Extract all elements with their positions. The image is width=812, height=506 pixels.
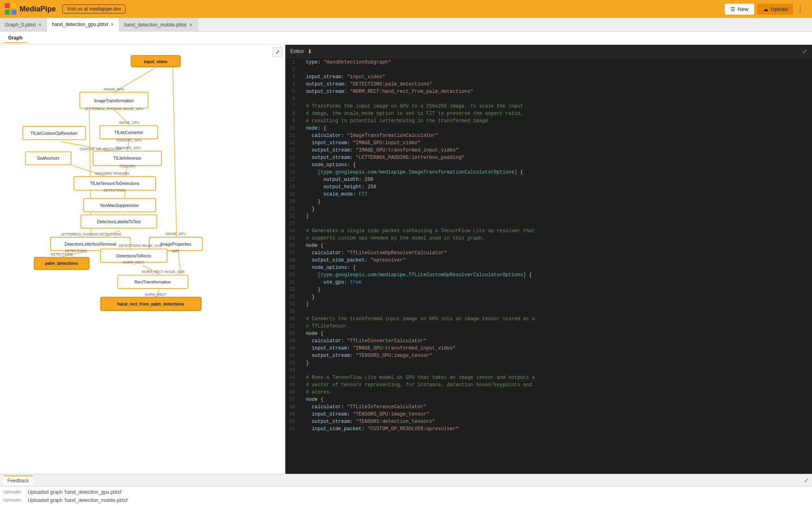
graph-svg: input_video IMAGE_GPU ImageTransformatio…	[0, 45, 277, 322]
svg-text:NORM_RECT: NORM_RECT	[123, 260, 144, 264]
code-line: 45 # vector of tensors representing, for…	[285, 382, 812, 389]
tab-hand-mobile[interactable]: hand_detection_mobile.pbtxt ×	[119, 18, 198, 32]
download-icon[interactable]: ⬇	[307, 48, 312, 55]
svg-text:IMAGE_GPU: IMAGE_GPU	[165, 232, 186, 236]
line-content: input_stream: "IMAGE_GPU:transformed_inp…	[300, 345, 456, 353]
code-line: 12 input_stream: "IMAGE_GPU:input_video"	[285, 140, 812, 147]
svg-text:ANCHORS   TENSORS: ANCHORS TENSORS	[95, 172, 130, 176]
tab-hand-gpu[interactable]: hand_detection_gpu.pbtxt ×	[47, 18, 119, 32]
line-number: 14	[285, 155, 300, 162]
line-number: 26	[285, 243, 300, 250]
feedback-tab[interactable]: Feedback	[3, 475, 33, 485]
svg-text:DETECTIONS   IMAGE_SIZE: DETECTIONS IMAGE_SIZE	[119, 244, 162, 248]
code-line: 9 # resulting in potential letterboxing …	[285, 118, 812, 125]
code-line: 14 output_stream: "LETTERBOX_PADDING:let…	[285, 155, 812, 162]
feedback-row: UploaderUploaded graph 'hand_detection_g…	[3, 488, 809, 496]
svg-text:IMAGE_GPU: IMAGE_GPU	[119, 121, 139, 125]
line-content: use_gpu: true	[300, 279, 362, 287]
upload-button[interactable]: ☁ Upload	[757, 4, 793, 15]
upload-label: Upload	[771, 6, 788, 12]
line-number: 25	[285, 235, 300, 243]
line-content: # Transforms the input image on GPU to a…	[300, 103, 523, 111]
line-content: input_stream: "input_video"	[300, 74, 385, 81]
line-number: 19	[285, 191, 300, 199]
svg-text:RectTransformation: RectTransformation	[135, 280, 171, 284]
line-number: 27	[285, 250, 300, 257]
new-button[interactable]: ☰ New	[725, 4, 754, 15]
line-content: }	[300, 360, 309, 367]
line-number: 11	[285, 133, 300, 140]
code-line: 13 output_stream: "IMAGE_GPU:transformed…	[285, 147, 812, 155]
line-number: 3	[285, 74, 300, 81]
line-content: # Runs a TensorFlow Lite model on GPU th…	[300, 375, 535, 382]
feedback-source: Uploader	[3, 497, 28, 502]
code-line: 5 output_stream: "NORM_RECT:hand_rect_fr…	[285, 89, 812, 96]
graph-toolbar: ⤢	[273, 47, 282, 57]
line-content: output_width: 256	[300, 177, 373, 184]
code-line: 17 output_width: 256	[285, 177, 812, 184]
tab-graph0[interactable]: Graph_0.pbtxt ×	[0, 18, 47, 32]
svg-text:NORM_RECT   IMAGE_SIZE: NORM_RECT IMAGE_SIZE	[142, 270, 185, 274]
editor-code[interactable]: 1 type: "HandDetectionSubgraph"23 input_…	[285, 58, 812, 474]
line-number: 49	[285, 411, 300, 419]
line-number: 13	[285, 147, 300, 155]
expand-graph-btn[interactable]: ⤢	[273, 47, 282, 57]
svg-text:TENSORS: TENSORS	[119, 164, 136, 168]
line-content: }	[300, 287, 320, 294]
subtab-graph[interactable]: Graph	[3, 33, 27, 43]
line-number: 28	[285, 257, 300, 265]
svg-text:TfLiteCustomOpResolver: TfLiteCustomOpResolver	[31, 131, 77, 136]
line-content: node_options: {	[300, 265, 356, 272]
line-number: 31	[285, 279, 300, 287]
code-line: 3 input_stream: "input_video"	[285, 74, 812, 81]
line-number: 37	[285, 323, 300, 331]
editor-expand-btn[interactable]: ⤢	[802, 48, 807, 55]
line-number: 24	[285, 228, 300, 235]
visit-link[interactable]: Visit us at mediapipe.dev	[62, 4, 126, 13]
svg-text:IMAGE_GPU: IMAGE_GPU	[104, 87, 124, 91]
code-line: 40 input_stream: "IMAGE_GPU:transformed_…	[285, 345, 812, 353]
line-content: # supports custom ops needed by the mode…	[300, 235, 485, 243]
line-content: node: {	[300, 125, 327, 133]
line-number: 9	[285, 118, 300, 125]
svg-text:ImageTransformation: ImageTransformation	[94, 99, 134, 103]
line-content: output_stream: "TENSORS:detection_tensor…	[300, 419, 435, 426]
tab-close-icon[interactable]: ×	[38, 22, 42, 28]
svg-text:NonMaxSuppression: NonMaxSuppression	[100, 203, 139, 208]
code-line: 49 input_stream: "TENSORS_GPU:image_tens…	[285, 411, 812, 419]
tab-close-icon[interactable]: ×	[110, 22, 114, 27]
new-label: New	[738, 6, 748, 12]
line-content: }	[300, 213, 309, 221]
line-content: # TfLiteTensor.	[300, 323, 350, 331]
code-line: 46 # scores.	[285, 389, 812, 397]
code-line: 23	[285, 221, 812, 228]
svg-rect-0	[5, 3, 10, 8]
line-number: 5	[285, 89, 300, 96]
code-line: 19 scale_mode: FIT	[285, 191, 812, 199]
tab-label: hand_detection_mobile.pbtxt	[124, 22, 187, 28]
line-content: calculator: "TfLiteInferenceCalculator"	[300, 404, 426, 411]
feedback-expand-icon[interactable]: ⤢	[804, 477, 809, 484]
line-content: input_stream: "IMAGE_GPU:input_video"	[300, 140, 420, 147]
line-content: output_stream: "IMAGE_GPU:transformed_in…	[300, 147, 459, 155]
main-content: ⤢	[0, 45, 812, 474]
line-content: # scores.	[300, 389, 332, 397]
code-line: 18 output_height: 256	[285, 184, 812, 191]
tab-close-icon[interactable]: ×	[189, 22, 192, 28]
code-line: 27 calculator: "TfLiteCustomOpResolverCa…	[285, 250, 812, 257]
logo-icon	[5, 3, 16, 15]
svg-text:SIZE: SIZE	[172, 249, 180, 253]
more-options-icon[interactable]: ⋮	[793, 2, 807, 16]
line-number: 6	[285, 96, 300, 103]
graph-svg-container[interactable]: input_video IMAGE_GPU ImageTransformatio…	[0, 45, 285, 474]
code-line: 31 use_gpu: true	[285, 279, 812, 287]
line-content: node {	[300, 331, 324, 338]
tab-label: Graph_0.pbtxt	[5, 22, 36, 28]
svg-text:DetectionsToRects: DetectionsToRects	[116, 254, 151, 258]
hamburger-icon: ☰	[730, 6, 735, 12]
line-content: output_stream: "DETECTIONS:palm_detectio…	[300, 81, 432, 89]
code-line: 20 }	[285, 199, 812, 206]
svg-text:LETTERBOX_PADDING   IMAGE_GPU: LETTERBOX_PADDING IMAGE_GPU	[84, 107, 143, 111]
code-line: 42 }	[285, 360, 812, 367]
bottom-panel: Feedback ⤢ UploaderUploaded graph 'hand_…	[0, 474, 812, 506]
